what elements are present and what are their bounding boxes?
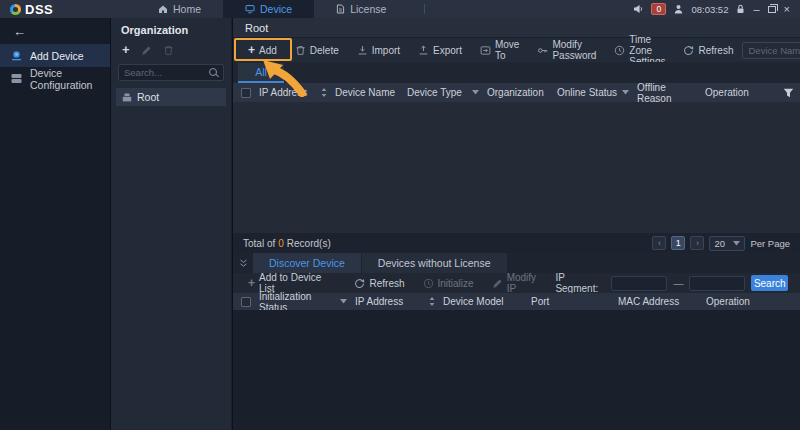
sidebar-item-device-configuration[interactable]: Device Configuration	[0, 67, 110, 90]
device-table-body-empty	[233, 102, 800, 233]
filter-caret-icon[interactable]	[340, 299, 347, 304]
total-records-suffix: Record(s)	[287, 238, 331, 249]
tab-all[interactable]: All	[238, 63, 284, 83]
column-device-type[interactable]: Device Type	[407, 87, 483, 98]
export-button[interactable]: Export	[409, 38, 471, 62]
back-arrow-icon[interactable]: ←	[13, 24, 26, 39]
current-page-button[interactable]: 1	[671, 236, 685, 250]
ip-range-dash: —	[673, 278, 683, 289]
select-all-checkbox[interactable]	[241, 88, 251, 98]
top-bar-divider	[424, 4, 425, 14]
main-panel: Root + Add Delete Import	[232, 18, 800, 430]
tab-discover-device[interactable]: Discover Device	[253, 253, 361, 273]
column-operation: Operation	[705, 87, 783, 98]
top-nav-tabs: Home Device License	[136, 0, 425, 18]
column-device-model[interactable]: Device Model	[439, 296, 531, 307]
dss-logo-swirl-icon	[10, 4, 21, 15]
page-size-value: 20	[714, 238, 725, 249]
move-to-button-label: Move To	[495, 39, 519, 61]
tab-devices-without-license[interactable]: Devices without License	[362, 253, 507, 273]
pencil-icon	[492, 278, 503, 289]
export-icon	[418, 45, 429, 56]
tree-node-icon	[122, 93, 132, 102]
add-org-icon[interactable]: +	[122, 44, 130, 56]
column-ip-address[interactable]: IP Address	[259, 87, 331, 98]
column-organization[interactable]: Organization	[483, 87, 557, 98]
ip-segment-end-input[interactable]	[689, 276, 745, 291]
password-key-icon	[537, 45, 548, 56]
funnel-icon[interactable]	[783, 88, 794, 98]
import-button[interactable]: Import	[348, 38, 409, 62]
tab-home[interactable]: Home	[136, 0, 223, 18]
search-icon[interactable]	[209, 68, 219, 78]
refresh-button-label: Refresh	[698, 45, 733, 56]
left-sidebar: ← Add Device Device Configuration	[0, 18, 110, 430]
page-title: Root	[233, 18, 800, 37]
column-online-status[interactable]: Online Status	[557, 87, 633, 98]
modify-password-button-label: Modify Password	[552, 39, 596, 61]
device-icon	[245, 4, 255, 14]
ip-segment-start-input[interactable]	[611, 276, 667, 291]
export-button-label: Export	[433, 45, 462, 56]
device-search-box	[742, 42, 800, 59]
next-page-button[interactable]: ›	[690, 236, 704, 250]
refresh-button[interactable]: Refresh	[674, 38, 742, 62]
filter-caret-icon[interactable]	[622, 90, 629, 95]
lock-icon[interactable]	[736, 4, 745, 14]
discover-refresh-button[interactable]: Refresh	[345, 273, 413, 293]
tab-license[interactable]: License	[314, 0, 408, 18]
sort-icon[interactable]	[429, 297, 435, 306]
sidebar-item-label: Device Configuration	[30, 67, 110, 91]
camera-icon	[10, 50, 23, 61]
column-operation: Operation	[706, 296, 786, 307]
column-port[interactable]: Port	[531, 296, 618, 307]
edit-org-icon[interactable]	[141, 45, 152, 56]
minimize-icon[interactable]: –	[753, 4, 759, 15]
column-ip-address[interactable]: IP Address	[351, 296, 439, 307]
sort-icon[interactable]	[321, 88, 327, 97]
column-device-name[interactable]: Device Name	[331, 87, 407, 98]
ip-segment-search-button[interactable]: Search	[751, 275, 788, 291]
organization-actions: +	[111, 41, 231, 59]
sidebar-item-label: Add Device	[30, 50, 84, 62]
top-bar-controls: 0 08:03:52 – ×	[633, 3, 800, 15]
organization-panel-title: Organization	[111, 18, 231, 41]
collapse-icon[interactable]	[233, 259, 253, 268]
column-mac-address[interactable]: MAC Address	[618, 296, 706, 307]
column-offline-reason[interactable]: Offline Reason	[633, 82, 705, 104]
top-bar: DSS Home Device License	[0, 0, 800, 18]
move-to-button[interactable]: Move To	[471, 38, 528, 62]
alarm-icon[interactable]	[633, 4, 643, 14]
initialize-label: Initialize	[438, 278, 474, 289]
delete-button[interactable]: Delete	[286, 38, 348, 62]
modify-ip-button[interactable]: Modify IP	[483, 273, 556, 293]
add-icon: +	[248, 45, 255, 55]
device-search-input[interactable]	[748, 45, 800, 56]
app-logo-text: DSS	[25, 2, 53, 17]
page-size-select[interactable]: 20	[709, 236, 745, 251]
device-config-icon	[10, 73, 23, 84]
per-page-label: Per Page	[750, 238, 790, 249]
organization-search-input[interactable]	[119, 67, 209, 78]
tab-device[interactable]: Device	[223, 0, 314, 18]
filter-caret-icon[interactable]	[472, 90, 479, 95]
org-tree-node-root[interactable]: Root	[116, 88, 226, 106]
modify-password-button[interactable]: Modify Password	[528, 38, 605, 62]
restore-icon[interactable]	[768, 6, 776, 13]
prev-page-button[interactable]: ‹	[652, 236, 666, 250]
discover-table-body-empty	[233, 310, 800, 430]
org-tree-node-label: Root	[137, 91, 159, 103]
user-icon[interactable]	[674, 4, 683, 14]
discover-refresh-label: Refresh	[369, 278, 404, 289]
initialize-button[interactable]: Initialize	[414, 273, 483, 293]
close-icon[interactable]: ×	[784, 4, 790, 15]
system-clock: 08:03:52	[691, 4, 728, 15]
app-logo: DSS	[0, 2, 112, 17]
delete-org-icon[interactable]	[163, 45, 174, 56]
sidebar-item-add-device[interactable]: Add Device	[0, 44, 110, 67]
add-button[interactable]: + Add	[239, 38, 286, 62]
time-zone-settings-button[interactable]: Time Zone Settings	[605, 38, 674, 62]
select-all-checkbox[interactable]	[241, 297, 251, 307]
ip-segment-label: IP Segment:	[555, 272, 605, 294]
add-button-label: Add	[259, 45, 277, 56]
